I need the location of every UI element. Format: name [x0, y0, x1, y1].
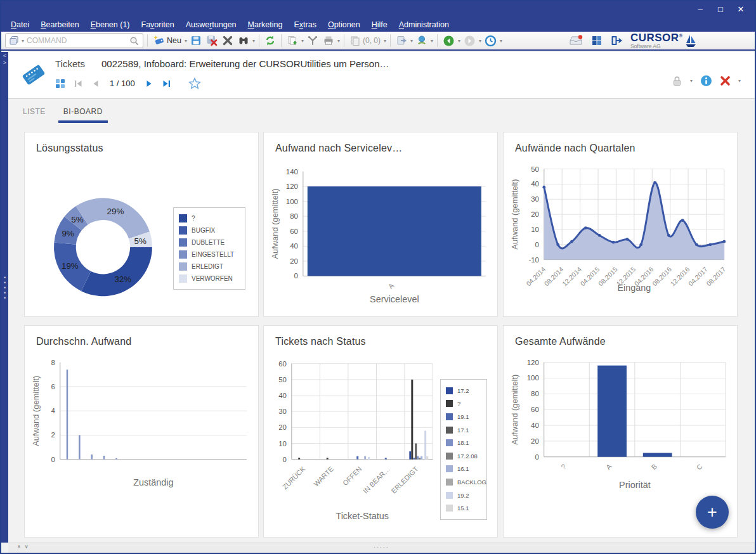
print-dropdown-icon[interactable]: ▾ — [337, 38, 340, 44]
back-button[interactable] — [441, 34, 456, 48]
copy-add-button[interactable] — [285, 34, 299, 48]
toolbar-separator — [344, 34, 344, 47]
info-icon[interactable] — [700, 75, 712, 87]
legend-label: BACKLOG — [457, 479, 486, 486]
chart-card-durchschn-aufwand: Durchschn. Aufwand 02468ZuständigAufwand… — [24, 325, 259, 538]
strip-drag-handle[interactable]: ••••• — [1, 275, 8, 300]
expand-right-icon[interactable]: > — [1, 60, 8, 66]
svg-text:4: 4 — [51, 407, 55, 415]
find-button[interactable] — [237, 34, 251, 48]
delete-button[interactable] — [221, 34, 235, 48]
geo-dropdown-icon[interactable]: ▾ — [431, 38, 433, 44]
tab-liste[interactable]: LISTE — [18, 104, 51, 123]
maximize-button[interactable]: □ — [710, 1, 731, 18]
menu-item-administration[interactable]: Administration — [393, 18, 455, 32]
bar — [308, 186, 481, 276]
lock-icon[interactable] — [672, 75, 682, 87]
new-button[interactable]: Neu — [152, 34, 183, 48]
chart-title: Aufwände nach Quartalen — [515, 143, 635, 154]
menu-item-datei[interactable]: Datei — [5, 18, 35, 32]
menu-item-ebenen-1[interactable]: Ebenen (1) — [85, 18, 136, 32]
bar — [298, 458, 300, 460]
previous-record-button[interactable] — [91, 79, 100, 88]
toolbar-separator — [281, 34, 282, 47]
tab-bi-board[interactable]: BI-BOARD — [58, 104, 108, 123]
copy-dropdown-icon[interactable]: ▾ — [301, 38, 304, 44]
svg-text:8: 8 — [51, 359, 55, 366]
next-record-button[interactable] — [145, 79, 153, 88]
legend-swatch — [446, 453, 453, 460]
search-icon[interactable] — [129, 35, 140, 46]
bottom-scrollbar: ∧∨ ····· — [8, 543, 755, 553]
forward-dropdown-icon[interactable]: ▾ — [479, 38, 481, 44]
toolbar-right-cluster: CURSOR® Software AG — [568, 32, 696, 49]
geo-button[interactable] — [415, 34, 429, 48]
favorite-star-icon[interactable] — [188, 77, 201, 89]
find-dropdown-icon[interactable]: ▾ — [252, 38, 255, 44]
new-dropdown-icon[interactable]: ▾ — [185, 38, 187, 44]
save-cancel-button[interactable] — [205, 34, 219, 48]
legend-label: 17.2.08 — [457, 453, 478, 460]
last-record-button[interactable] — [162, 79, 171, 88]
layers-icon[interactable] — [9, 35, 19, 46]
lock-dropdown-icon[interactable]: ▾ — [690, 78, 693, 84]
legend-swatch — [179, 250, 187, 259]
save-button[interactable] — [189, 34, 203, 48]
add-fab-button[interactable]: + — [696, 496, 729, 529]
svg-text:140: 140 — [286, 168, 298, 176]
pages-dropdown-icon[interactable]: ▾ — [384, 38, 386, 44]
clipboard-pages-button[interactable]: (0, 0) — [348, 34, 382, 48]
legend-item: 15.1 — [446, 505, 481, 512]
menu-item-hilfe[interactable]: Hilfe — [366, 18, 393, 32]
close-window-button[interactable]: ✕ — [731, 1, 751, 18]
bar — [385, 458, 387, 460]
menu-item-optionen[interactable]: Optionen — [322, 18, 366, 32]
svg-text:5%: 5% — [134, 236, 147, 246]
first-record-button[interactable] — [74, 79, 83, 88]
splitter-grip[interactable]: ····· — [374, 544, 389, 550]
close-dropdown-icon[interactable]: ▾ — [738, 78, 741, 84]
chevron-down-icon[interactable]: ▾ — [22, 38, 24, 44]
forward-button[interactable] — [462, 34, 477, 48]
export-button[interactable] — [394, 34, 408, 48]
chart-title: Gesamte Aufwände — [515, 336, 606, 347]
layout-switch-icon[interactable] — [591, 35, 603, 46]
scroll-down-icon[interactable]: ∨ — [25, 544, 32, 550]
legend-swatch — [446, 492, 453, 499]
grid-view-icon[interactable] — [55, 79, 65, 89]
history-dropdown-icon[interactable]: ▾ — [500, 38, 502, 44]
legend-item: VERWORFEN — [179, 274, 240, 283]
bar — [411, 380, 413, 460]
command-box[interactable]: ▾ — [5, 33, 143, 48]
svg-text:04.2014: 04.2014 — [525, 266, 547, 288]
legend-item: ? — [179, 214, 240, 222]
refresh-button[interactable] — [263, 34, 277, 48]
menu-item-favoriten[interactable]: Favoriten — [136, 18, 180, 32]
globe-user-icon — [416, 35, 427, 46]
history-button[interactable] — [483, 34, 498, 48]
menu-item-auswertungen[interactable]: Auswertungen — [180, 18, 242, 32]
bar — [364, 456, 366, 460]
command-input[interactable] — [27, 36, 126, 45]
svg-text:0: 0 — [51, 456, 55, 463]
merge-button[interactable] — [306, 34, 320, 48]
logout-icon[interactable] — [610, 35, 623, 46]
back-dropdown-icon[interactable]: ▾ — [458, 38, 460, 44]
svg-text:0: 0 — [283, 456, 287, 463]
inbox-notification-icon[interactable] — [568, 34, 583, 47]
close-record-icon[interactable] — [720, 75, 731, 86]
svg-text:A: A — [604, 462, 613, 471]
menu-item-extras[interactable]: Extras — [288, 18, 322, 32]
legend-item: 16.1 — [446, 465, 481, 472]
scroll-up-icon[interactable]: ∧ — [17, 544, 25, 550]
svg-text:08.2014: 08.2014 — [543, 266, 565, 288]
export-dropdown-icon[interactable]: ▾ — [410, 38, 413, 44]
collapse-left-icon[interactable]: < — [1, 53, 8, 59]
menu-item-marketing[interactable]: Marketing — [242, 18, 289, 32]
chart-title: Durchschn. Aufwand — [36, 336, 131, 347]
minimize-button[interactable]: – — [690, 1, 710, 18]
menu-item-bearbeiten[interactable]: Bearbeiten — [35, 18, 84, 32]
print-button[interactable] — [322, 34, 336, 48]
legend-label: 19.1 — [457, 413, 469, 420]
bar — [419, 458, 420, 460]
